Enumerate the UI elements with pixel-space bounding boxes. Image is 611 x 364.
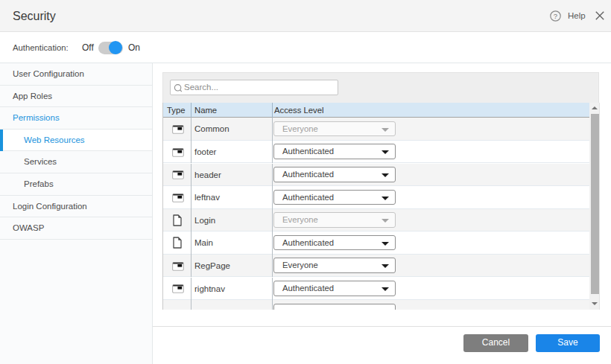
svg-text:?: ? [554, 12, 557, 20]
